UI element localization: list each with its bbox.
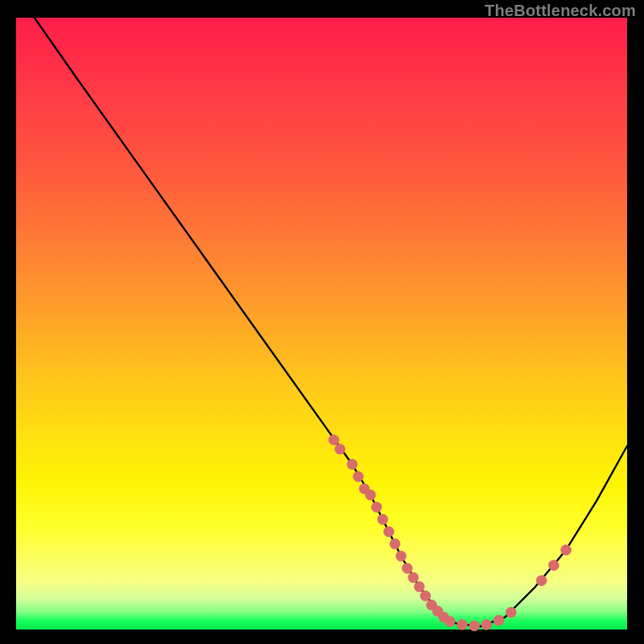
data-dot	[371, 502, 382, 513]
data-dots	[328, 435, 571, 631]
data-dot	[353, 472, 364, 482]
data-dot	[328, 435, 339, 445]
data-dot	[457, 619, 468, 630]
data-dot	[378, 514, 388, 525]
data-dot	[561, 545, 572, 555]
watermark-text: TheBottleneck.com	[485, 2, 636, 20]
data-dot	[481, 619, 492, 630]
data-dot	[493, 615, 504, 625]
data-dot	[365, 489, 376, 500]
data-dot	[469, 621, 480, 631]
data-dot	[402, 564, 412, 574]
data-dot	[408, 572, 419, 583]
data-dot	[390, 539, 400, 549]
data-dot	[444, 617, 455, 627]
data-dot	[384, 526, 394, 537]
data-dot	[536, 576, 547, 586]
curve-layer	[16, 18, 627, 630]
data-dot	[396, 551, 407, 561]
bottleneck-curve	[35, 18, 627, 626]
plot-area	[16, 18, 627, 630]
data-dot	[347, 459, 357, 469]
chart-stage: TheBottleneck.com	[0, 0, 644, 644]
data-dot	[414, 581, 424, 592]
data-dot	[548, 560, 559, 571]
data-dot	[420, 591, 431, 601]
data-dot	[506, 607, 516, 617]
data-dot	[335, 444, 345, 454]
